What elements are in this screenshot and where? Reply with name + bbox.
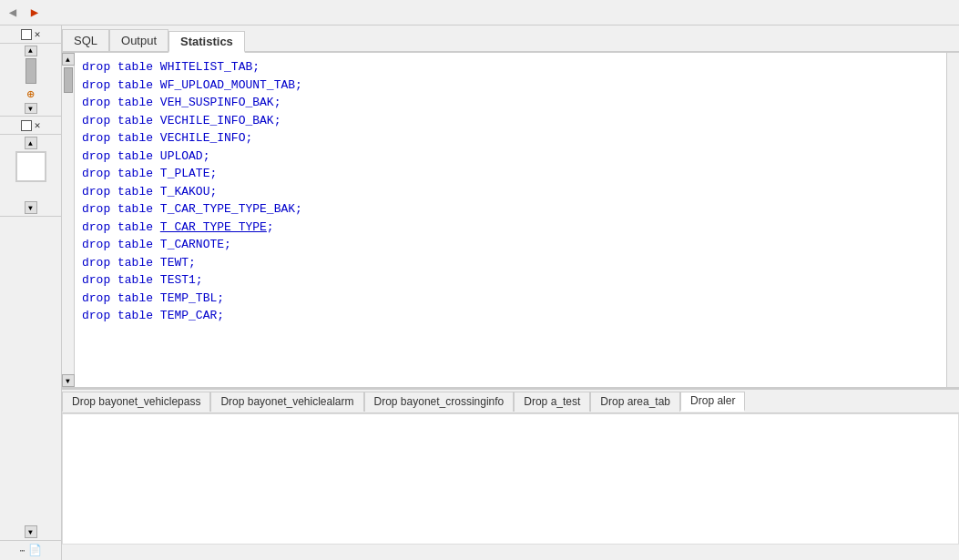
scroll-thumb-1 bbox=[26, 58, 36, 85]
sql-line: drop table WF_UPLOAD_MOUNT_TAB; bbox=[82, 76, 939, 95]
sql-line: drop table UPLOAD; bbox=[82, 148, 939, 166]
page-icon[interactable]: 📄 bbox=[28, 544, 42, 557]
panel-top-section: ✕ bbox=[0, 25, 61, 44]
bottom-tab-3[interactable]: Drop a_test bbox=[514, 392, 590, 412]
sql-line: drop table VECHILE_INFO_BAK; bbox=[82, 112, 939, 130]
editor-scroll-left: ▲ ▼ bbox=[62, 53, 75, 387]
bottom-content bbox=[62, 413, 959, 545]
panel-extra-icon[interactable]: ⊕ bbox=[22, 86, 40, 103]
side-panel: ✕ ▲ ⊕ ▼ ✕ ▲ ▼ bbox=[0, 25, 62, 560]
panel-square-icon-2[interactable] bbox=[21, 120, 32, 131]
scroll-down-3[interactable]: ▼ bbox=[25, 525, 37, 538]
sql-line: drop table VECHILE_INFO; bbox=[82, 129, 939, 148]
sql-line: drop table VEH_SUSPINFO_BAK; bbox=[82, 94, 939, 112]
app-window: ◀ ▶ ✕ ▲ ⊕ ▼ ✕ bbox=[0, 0, 959, 560]
sql-line: drop table T_PLATE; bbox=[82, 165, 939, 183]
panel-icons-row: ✕ bbox=[21, 28, 41, 40]
editor-area: ▲ ▼ drop table WHITELIST_TAB;drop table … bbox=[62, 53, 959, 390]
back-button[interactable]: ◀ bbox=[4, 4, 22, 22]
panel-close-icon-2[interactable]: ✕ bbox=[35, 119, 41, 131]
panel-square-icon-1[interactable] bbox=[21, 29, 32, 40]
scroll-down-1[interactable]: ▼ bbox=[25, 103, 37, 114]
dots-icon[interactable]: ⋯ bbox=[19, 545, 25, 556]
forward-button[interactable]: ▶ bbox=[26, 4, 44, 22]
editor-scroll-down[interactable]: ▼ bbox=[62, 374, 75, 387]
panel-close-icon-1[interactable]: ✕ bbox=[35, 28, 41, 40]
editor-scroll-right bbox=[946, 53, 959, 387]
sql-line: drop table TEMP_CAR; bbox=[82, 307, 939, 325]
content-area: SQL Output Statistics ▲ ▼ drop table WHI… bbox=[62, 25, 959, 560]
sql-line: drop table TEWT; bbox=[82, 254, 939, 272]
panel-white-box bbox=[15, 151, 46, 182]
bottom-tabs-row: Drop bayonet_vehiclepassDrop bayonet_veh… bbox=[62, 390, 959, 413]
panel-scroll-2: ▲ ▼ bbox=[0, 135, 61, 217]
toolbar: ◀ ▶ bbox=[0, 0, 959, 25]
panel-bottom-section: ▼ bbox=[0, 217, 61, 540]
editor-vscroll-thumb bbox=[64, 67, 73, 93]
tabs-row: SQL Output Statistics bbox=[62, 25, 959, 53]
tab-statistics[interactable]: Statistics bbox=[168, 31, 245, 53]
sql-line: drop table T_KAKOU; bbox=[82, 183, 939, 201]
sql-line: drop table WHITELIST_TAB; bbox=[82, 58, 939, 76]
sql-line: drop table T_CAR_TYPE_TYPE_BAK; bbox=[82, 200, 939, 219]
body-row: ✕ ▲ ⊕ ▼ ✕ ▲ ▼ bbox=[0, 25, 959, 560]
bottom-area: Drop bayonet_vehiclepassDrop bayonet_veh… bbox=[62, 390, 959, 545]
scroll-down-2[interactable]: ▼ bbox=[25, 201, 37, 214]
tab-output[interactable]: Output bbox=[109, 29, 168, 51]
editor-content[interactable]: drop table WHITELIST_TAB;drop table WF_U… bbox=[75, 53, 946, 387]
editor-scroll-up[interactable]: ▲ bbox=[62, 53, 75, 66]
bottom-tab-0[interactable]: Drop bayonet_vehiclepass bbox=[62, 392, 210, 412]
sql-line: drop table TEST1; bbox=[82, 271, 939, 290]
sql-line: drop table T_CARNOTE; bbox=[82, 236, 939, 254]
scroll-up-1[interactable]: ▲ bbox=[25, 46, 37, 56]
panel-scroll-1: ▲ ⊕ ▼ bbox=[0, 44, 61, 117]
bottom-tab-1[interactable]: Drop bayonet_vehiclealarm bbox=[210, 392, 363, 412]
sql-line: drop table T_CAR_TYPE_TYPE; bbox=[82, 219, 939, 237]
sql-line: drop table TEMP_TBL; bbox=[82, 290, 939, 308]
bottom-tab-4[interactable]: Drop area_tab bbox=[590, 392, 680, 412]
bottom-tab-5[interactable]: Drop aler bbox=[680, 392, 745, 412]
panel-footer: ⋯ 📄 bbox=[0, 540, 61, 560]
tab-sql[interactable]: SQL bbox=[62, 29, 109, 51]
bottom-tab-2[interactable]: Drop bayonet_crossinginfo bbox=[364, 392, 515, 412]
panel-mid-section: ✕ bbox=[0, 117, 61, 135]
scroll-up-2[interactable]: ▲ bbox=[25, 137, 37, 149]
